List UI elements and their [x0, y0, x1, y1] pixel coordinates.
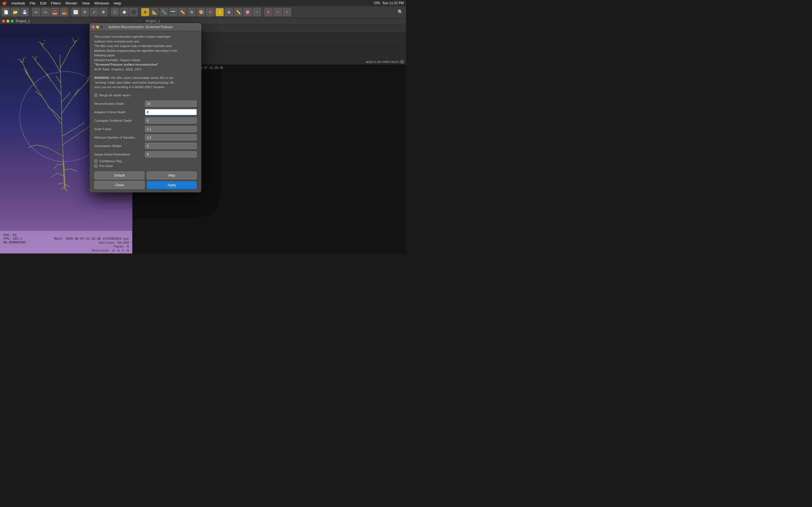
save-button[interactable]: 💾 — [20, 8, 29, 16]
param-label-3: Scale Factor — [94, 127, 145, 131]
surface-reconstruction-dialog[interactable]: Surface Reconstruction: Screened Poisson… — [90, 23, 201, 192]
param-label-0: Reconstruction Depth — [94, 102, 145, 105]
merge-checkbox[interactable] — [94, 94, 98, 97]
param-input-1[interactable] — [145, 109, 197, 115]
svg-point-81 — [38, 41, 40, 43]
svg-line-24 — [51, 80, 61, 94]
select2-btn[interactable]: 🖱 — [188, 8, 196, 16]
svg-line-2 — [62, 133, 63, 162]
search-button[interactable]: 🔍 — [396, 8, 404, 16]
ref-btn[interactable]: 🎯 — [243, 8, 252, 16]
svg-point-73 — [20, 61, 22, 62]
menu-edit[interactable]: Edit — [40, 1, 46, 5]
dialog-max-light[interactable] — [100, 25, 103, 29]
wireframe-btn[interactable]: ⬡ — [111, 8, 119, 16]
menu-view[interactable]: View — [82, 1, 90, 5]
close3-btn[interactable]: ✗ — [283, 8, 291, 16]
scale-btn[interactable]: ⤢ — [90, 8, 98, 16]
svg-line-71 — [65, 188, 68, 191]
menubar: 🍎 meshlab File Edit Filters Render View … — [0, 0, 406, 6]
strip-btn[interactable]: 📐 — [150, 8, 159, 16]
confidence-flag-label: Confidence Flag — [99, 159, 122, 163]
apple-menu[interactable]: 🍎 — [2, 1, 7, 5]
menu-filters[interactable]: Filters — [51, 1, 61, 5]
svg-line-64 — [51, 173, 58, 177]
svg-line-54 — [42, 43, 45, 46]
traffic-lights-left — [2, 20, 13, 22]
confidence-flag-checkbox[interactable] — [94, 159, 98, 163]
text-btn[interactable]: A — [141, 8, 149, 16]
delete-btn[interactable]: ✖ — [206, 8, 214, 16]
svg-line-5 — [60, 55, 61, 77]
svg-point-79 — [41, 43, 43, 45]
close-btn[interactable]: ✖ — [264, 8, 273, 16]
import-button[interactable]: 📥 — [50, 8, 59, 16]
cursor-btn[interactable]: ⊕ — [225, 8, 233, 16]
svg-line-42 — [70, 43, 75, 49]
svg-line-33 — [37, 145, 48, 148]
param-input-2[interactable] — [145, 117, 197, 124]
param-label-1: Adaptive Octree Depth — [94, 110, 145, 114]
pre-clean-checkbox[interactable] — [94, 164, 98, 168]
faces-display: Faces: 0 — [114, 245, 129, 248]
undo-button[interactable]: ↩ — [32, 8, 40, 16]
info-btn[interactable]: ℹ — [215, 8, 224, 16]
svg-line-57 — [56, 76, 61, 83]
param-row-5: Interpolation Weight — [94, 143, 197, 149]
apply-visible-checkbox[interactable] — [400, 60, 404, 63]
dialog-min-light[interactable] — [96, 25, 99, 29]
help-button[interactable]: Help — [147, 172, 197, 179]
svg-line-68 — [54, 165, 58, 169]
dialog-close-light[interactable] — [92, 25, 95, 29]
sep-3 — [109, 9, 109, 15]
pre-clean-label: Pre-Clean — [99, 164, 113, 168]
close-traffic-light[interactable] — [2, 20, 5, 22]
redo-button[interactable]: ↪ — [41, 8, 50, 16]
right-close-light[interactable] — [135, 20, 138, 22]
menu-render[interactable]: Render — [65, 1, 78, 5]
svg-point-83 — [73, 38, 74, 39]
menu-windows[interactable]: Windows — [94, 1, 109, 5]
move-btn[interactable]: ✥ — [99, 8, 108, 16]
select-btn[interactable]: ⬜ — [71, 8, 80, 16]
measure-btn[interactable]: 📏 — [234, 8, 243, 16]
param-input-5[interactable] — [145, 143, 197, 149]
svg-point-74 — [25, 57, 26, 58]
right-min-light[interactable] — [139, 20, 142, 22]
camera-btn[interactable]: 📷 — [169, 8, 177, 16]
param-input-0[interactable] — [145, 101, 197, 107]
solid-btn[interactable]: ⬢ — [120, 8, 129, 16]
minimize-traffic-light[interactable] — [6, 20, 9, 22]
close2-btn[interactable]: ✕ — [273, 8, 282, 16]
param-input-6[interactable] — [145, 151, 197, 158]
menu-help[interactable]: Help — [114, 1, 121, 5]
fov-display: FOV: 60 — [3, 233, 129, 237]
svg-line-52 — [35, 56, 37, 60]
maximize-traffic-light[interactable] — [11, 20, 13, 22]
new-file-button[interactable]: 📄 — [2, 8, 10, 16]
brush-btn[interactable]: ✏️ — [178, 8, 187, 16]
paint-btn[interactable]: 🎨 — [197, 8, 205, 16]
pick-btn[interactable]: 🔧 — [160, 8, 168, 16]
cylinder-btn[interactable]: ⬛ — [130, 8, 138, 16]
export-button[interactable]: 📤 — [60, 8, 68, 16]
apply-button[interactable]: Apply — [147, 181, 197, 189]
main-toolbar: 📄 📂 💾 ↩ ↪ 📥 📤 ⬜ ⟳ ⤢ ✥ ⬡ ⬢ ⬛ A 📐 🔧 📷 ✏️ 🖱… — [0, 6, 406, 18]
dialog-buttons: Default Help — [94, 172, 197, 179]
dialog-warning: WARNING: this filter saves intermediate … — [94, 75, 197, 90]
param-input-4[interactable] — [145, 134, 197, 140]
rotate-btn[interactable]: ⟳ — [81, 8, 89, 16]
svg-line-69 — [58, 183, 63, 184]
svg-line-55 — [73, 39, 75, 43]
pre-clean-row: Pre-Clean — [94, 164, 197, 168]
arrow-btn[interactable]: → — [253, 8, 261, 16]
default-button[interactable]: Default — [94, 172, 144, 179]
svg-line-32 — [48, 148, 63, 156]
svg-line-29 — [63, 133, 79, 145]
param-input-3[interactable] — [145, 126, 197, 132]
merge-row: Merge all visible layers — [94, 94, 197, 97]
menu-meshlab[interactable]: meshlab — [11, 1, 25, 5]
menu-file[interactable]: File — [30, 1, 36, 5]
open-button[interactable]: 📂 — [11, 8, 19, 16]
close-button[interactable]: Close — [94, 181, 145, 189]
